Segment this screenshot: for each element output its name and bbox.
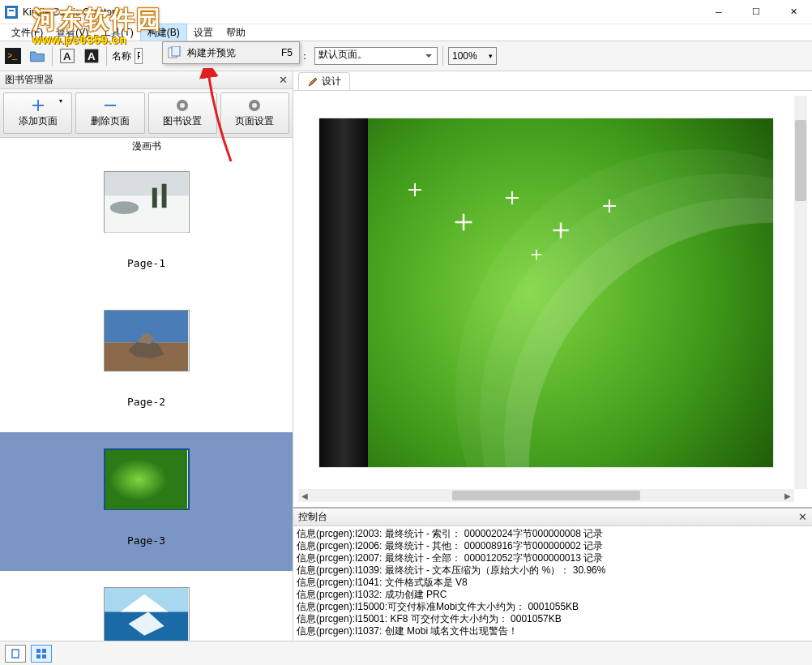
section-label: 漫画书 (0, 138, 293, 155)
build-preview-item[interactable]: 构建并预览 F5 (163, 42, 299, 63)
page-item[interactable]: Page-1 (0, 155, 293, 294)
page-item[interactable]: Page-2 (0, 294, 293, 432)
name-label: 名称 (112, 49, 131, 63)
svg-rect-20 (161, 184, 166, 208)
page-thumbnail (104, 448, 190, 510)
page-label: Page-1 (127, 257, 165, 269)
tool-text-a2-icon[interactable]: A (82, 46, 101, 66)
console-line: 信息(prcgen):I2006: 最终统计 - 其他： 000008916字节… (297, 540, 809, 552)
preview-viewport[interactable] (298, 96, 794, 489)
window-controls: ─ ☐ ✕ (700, 0, 812, 24)
svg-rect-16 (105, 172, 189, 195)
console-line: 信息(prcgen):I1041: 文件格式版本是 V8 (297, 577, 809, 589)
brush-icon (307, 76, 318, 88)
svg-rect-30 (42, 654, 46, 659)
svg-rect-1 (7, 8, 15, 16)
pane-close-icon[interactable]: ✕ (279, 74, 288, 86)
menu-settings[interactable]: 设置 (187, 24, 220, 41)
console-pane: 控制台 ✕ 信息(prcgen):I2003: 最终统计 - 索引： 00000… (293, 507, 812, 641)
svg-rect-2 (9, 10, 14, 11)
svg-rect-23 (105, 450, 188, 509)
console-line: 信息(prcgen):I15000:可交付标准Mobi文件大小约为： 00010… (297, 601, 809, 613)
name-field-group: 名称 (112, 48, 143, 64)
tool-text-a-icon[interactable]: A (58, 46, 77, 66)
svg-rect-26 (12, 650, 19, 658)
svg-point-15 (252, 103, 257, 108)
tab-row: 设计 (293, 71, 812, 91)
app-icon (5, 6, 18, 19)
console-output[interactable]: 信息(prcgen):I2003: 最终统计 - 索引： 000002024字节… (293, 526, 812, 641)
page-thumbnail (104, 171, 190, 233)
console-line: 信息(prcgen):I2007: 最终统计 - 全部： 000012052字节… (297, 552, 809, 564)
view-grid-button[interactable] (31, 645, 52, 663)
statusbar (0, 641, 812, 665)
gear-icon (175, 98, 190, 113)
book-manager-title: 图书管理器 ✕ (0, 71, 293, 89)
window-title: Kindle Comic Creator (23, 6, 115, 18)
pane-close-icon[interactable]: ✕ (798, 511, 807, 523)
page-thumbnail (104, 310, 190, 371)
svg-text:A: A (63, 50, 71, 62)
preview-area: ◀▶ (298, 96, 807, 502)
vertical-scrollbar[interactable] (794, 96, 807, 489)
plus-icon (31, 98, 45, 113)
svg-point-13 (180, 103, 185, 108)
tab-design[interactable]: 设计 (298, 72, 350, 90)
svg-rect-28 (42, 649, 46, 653)
book-manager-pane: 图书管理器 ✕ 添加页面 ▾ 删除页面 图书设置 页面设置 漫画书 (0, 71, 293, 641)
right-pane: 设计 ◀▶ (293, 71, 812, 641)
svg-rect-17 (105, 195, 189, 232)
svg-rect-27 (36, 649, 41, 653)
gear-icon (247, 98, 262, 113)
page-canvas (319, 118, 773, 467)
svg-rect-4 (172, 46, 180, 56)
page-item[interactable]: Page-3 (0, 432, 293, 571)
svg-rect-19 (152, 188, 156, 208)
book-manager-toolbar: 添加页面 ▾ 删除页面 图书设置 页面设置 (0, 89, 293, 138)
console-line: 信息(prcgen):I1037: 创建 Mobi 域名文件出现警告！ (297, 625, 809, 637)
console-line: 信息(prcgen):I1032: 成功创建 PRC (297, 589, 809, 601)
svg-rect-29 (36, 654, 41, 659)
zoom-select[interactable]: 100%▾ (448, 47, 497, 65)
menu-build[interactable]: 构建(B) (140, 24, 187, 42)
page-thumbnail (104, 587, 190, 641)
view-single-button[interactable] (5, 645, 26, 663)
console-line: 信息(prcgen):I15001: KF8 可交付文件大小约为： 000105… (297, 613, 809, 625)
page-settings-button[interactable]: 页面设置 (220, 92, 289, 134)
svg-rect-11 (105, 105, 116, 106)
close-button[interactable]: ✕ (775, 0, 812, 24)
minimize-button[interactable]: ─ (700, 0, 737, 24)
svg-text:A: A (88, 50, 96, 62)
build-icon (168, 46, 181, 59)
titlebar: Kindle Comic Creator ─ ☐ ✕ (0, 0, 812, 24)
menu-tools[interactable]: 工具(T) (95, 24, 139, 41)
console-line: 信息(prcgen):I1039: 最终统计 - 文本压缩为（原始大小的 %）：… (297, 564, 809, 577)
menu-view[interactable]: 查看(V) (49, 24, 95, 41)
book-settings-button[interactable]: 图书设置 (148, 92, 217, 134)
tool-console-icon[interactable]: >_ (3, 46, 23, 66)
minus-icon (103, 98, 118, 113)
page-label: Page-3 (127, 534, 165, 547)
delete-page-button[interactable]: 删除页面 (75, 92, 144, 134)
console-line: 信息(prcgen):I2003: 最终统计 - 索引： 000002024字节… (297, 528, 809, 540)
page-item[interactable] (0, 571, 293, 641)
page-thumbnail-list[interactable]: 漫画书 Page-1 Page-2 Page-3 (0, 138, 293, 641)
maximize-button[interactable]: ☐ (737, 0, 775, 24)
toolbar: >_ A A 名称 性： 默认页面。 100%▾ (0, 41, 812, 71)
horizontal-scrollbar[interactable]: ◀▶ (298, 489, 794, 502)
svg-text:>_: >_ (7, 51, 17, 60)
build-dropdown: 构建并预览 F5 (162, 41, 300, 64)
svg-point-18 (109, 201, 138, 214)
page-label: Page-2 (127, 396, 165, 408)
add-page-button[interactable]: 添加页面 ▾ (3, 92, 72, 134)
page-type-select[interactable]: 默认页面。 (314, 47, 438, 65)
main-area: 图书管理器 ✕ 添加页面 ▾ 删除页面 图书设置 页面设置 漫画书 (0, 71, 812, 641)
name-input[interactable] (135, 48, 143, 64)
tool-folder-icon[interactable] (28, 46, 47, 66)
menubar: 文件(F) 查看(V) 工具(T) 构建(B) 设置 帮助 (0, 24, 812, 41)
menu-file[interactable]: 文件(F) (5, 24, 49, 41)
menu-help[interactable]: 帮助 (220, 24, 252, 41)
console-title: 控制台 ✕ (293, 508, 812, 526)
